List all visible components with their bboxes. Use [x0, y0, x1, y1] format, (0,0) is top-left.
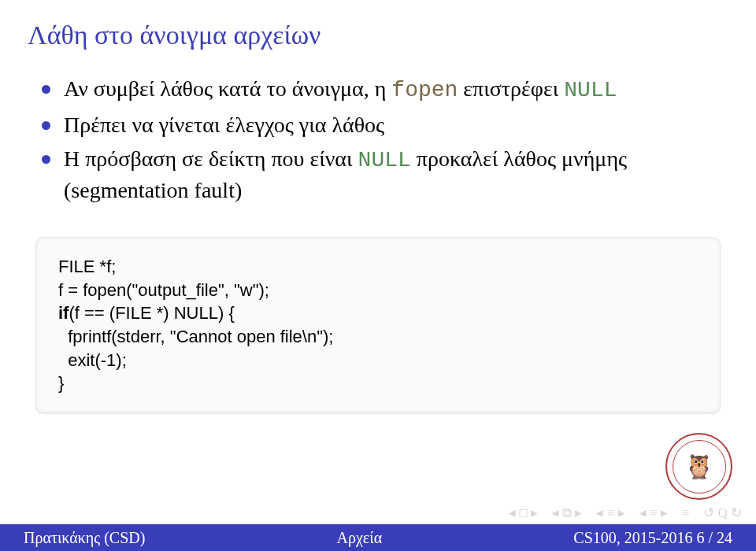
bullet-text: Πρέπει να γίνεται έλεγχος για λάθος [64, 113, 384, 137]
nav-prev-icon[interactable]: ◂ ≡ ▸ [596, 505, 624, 521]
nav-back-icon[interactable]: ◂ ⧉ ▸ [552, 505, 583, 521]
footer-title: Αρχεία [145, 529, 573, 547]
bullet-text: Η πρόσβαση σε δείκτη που είναι [64, 146, 358, 171]
owl-icon: 🦉 [684, 455, 713, 479]
nav-first-icon[interactable]: ◂ □ ▸ [509, 505, 538, 521]
university-logo: 🦉 [665, 433, 732, 500]
code-keyword-if: if [58, 303, 69, 323]
code-line: exit(-1); [58, 349, 698, 372]
nav-menu-icon[interactable]: ≡ [682, 505, 690, 521]
slide-footer: Πρατικάκης (CSD) Αρχεία CS100, 2015-2016… [0, 524, 756, 551]
footer-author: Πρατικάκης (CSD) [0, 529, 145, 547]
code-line: f = fopen("output_file", "w"); [58, 279, 698, 302]
beamer-nav: ◂ □ ▸ ◂ ⧉ ▸ ◂ ≡ ▸ ◂ ≡ ▸ ≡ ↺ Q ↻ [509, 505, 742, 521]
code-text: (f == (FILE *) NULL) { [69, 303, 234, 323]
code-line: fprintf(stderr, "Cannot open file\n"); [58, 325, 698, 349]
code-block: FILE *f; f = fopen("output_file", "w"); … [35, 237, 721, 413]
code-line: } [58, 372, 698, 395]
code-line: FILE *f; [58, 255, 698, 279]
logo-inner-ring: 🦉 [673, 440, 726, 494]
nav-next-icon[interactable]: ◂ ≡ ▸ [639, 505, 668, 521]
footer-page: CS100, 2015-2016 6 / 24 [573, 529, 756, 547]
bullet-item: Πρέπει να γίνεται έλεγχος για λάθος [42, 110, 728, 140]
code-keyword-null: NULL [358, 148, 411, 172]
bullet-list: Αν συμβεί λάθος κατά το άνοιγμα, η fopen… [28, 74, 728, 205]
nav-cycle-icon[interactable]: ↺ Q ↻ [703, 505, 742, 521]
code-keyword-null: NULL [564, 78, 617, 102]
bullet-item: Αν συμβεί λάθος κατά το άνοιγμα, η fopen… [42, 74, 728, 105]
slide: Λάθη στο άνοιγμα αρχείων Αν συμβεί λάθος… [0, 0, 756, 551]
slide-title: Λάθη στο άνοιγμα αρχείων [28, 20, 728, 52]
bullet-text: Αν συμβεί λάθος κατά το άνοιγμα, η [64, 76, 391, 101]
bullet-text: επιστρέφει [458, 76, 564, 101]
code-line: if(f == (FILE *) NULL) { [58, 301, 698, 325]
code-keyword-fopen: fopen [391, 78, 458, 102]
bullet-item: Η πρόσβαση σε δείκτη που είναι NULL προκ… [42, 144, 728, 205]
